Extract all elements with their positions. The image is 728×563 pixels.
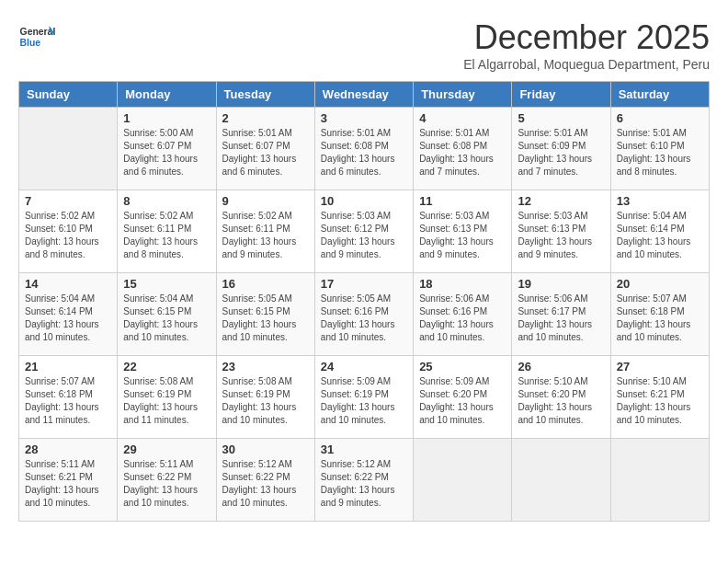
cell-info: Sunrise: 5:12 AM Sunset: 6:22 PM Dayligh… [222,458,309,510]
day-number: 1 [123,111,210,125]
calendar-cell: 4Sunrise: 5:01 AM Sunset: 6:08 PM Daylig… [414,108,512,190]
calendar-cell: 14Sunrise: 5:04 AM Sunset: 6:14 PM Dayli… [19,273,118,356]
cell-info: Sunrise: 5:01 AM Sunset: 6:08 PM Dayligh… [419,127,506,178]
header-monday: Monday [118,82,216,108]
header-sunday: Sunday [19,82,118,108]
calendar-table: SundayMondayTuesdayWednesdayThursdayFrid… [18,81,710,522]
cell-info: Sunrise: 5:06 AM Sunset: 6:16 PM Dayligh… [419,293,506,344]
calendar-cell: 30Sunrise: 5:12 AM Sunset: 6:22 PM Dayli… [216,439,314,522]
day-number: 19 [518,277,604,291]
cell-info: Sunrise: 5:02 AM Sunset: 6:10 PM Dayligh… [25,210,111,261]
calendar-cell: 1Sunrise: 5:00 AM Sunset: 6:07 PM Daylig… [118,108,216,190]
day-number: 6 [617,111,703,125]
calendar-cell [414,439,512,522]
cell-info: Sunrise: 5:06 AM Sunset: 6:17 PM Dayligh… [518,293,604,344]
day-number: 30 [222,442,309,456]
header-thursday: Thursday [414,82,512,108]
location-subtitle: El Algarrobal, Moquegua Department, Peru [463,57,710,72]
calendar-cell: 8Sunrise: 5:02 AM Sunset: 6:11 PM Daylig… [118,190,216,273]
cell-info: Sunrise: 5:10 AM Sunset: 6:21 PM Dayligh… [617,375,703,427]
calendar-cell: 19Sunrise: 5:06 AM Sunset: 6:17 PM Dayli… [512,273,610,356]
day-number: 12 [518,194,604,208]
cell-info: Sunrise: 5:01 AM Sunset: 6:07 PM Dayligh… [222,127,309,178]
cell-info: Sunrise: 5:08 AM Sunset: 6:19 PM Dayligh… [123,375,210,427]
calendar-cell: 21Sunrise: 5:07 AM Sunset: 6:18 PM Dayli… [19,356,118,439]
header-saturday: Saturday [610,82,709,108]
title-block: December 2025 El Algarrobal, Moquegua De… [463,18,710,72]
day-number: 28 [25,442,111,456]
calendar-cell [19,108,118,190]
calendar-cell: 28Sunrise: 5:11 AM Sunset: 6:21 PM Dayli… [19,439,118,522]
day-number: 29 [123,442,210,456]
calendar-cell: 25Sunrise: 5:09 AM Sunset: 6:20 PM Dayli… [414,356,512,439]
calendar-cell: 15Sunrise: 5:04 AM Sunset: 6:15 PM Dayli… [118,273,216,356]
calendar-cell: 22Sunrise: 5:08 AM Sunset: 6:19 PM Dayli… [118,356,216,439]
logo-icon: General Blue [18,18,55,55]
week-row-2: 7Sunrise: 5:02 AM Sunset: 6:10 PM Daylig… [19,190,710,273]
day-number: 26 [518,360,604,373]
cell-info: Sunrise: 5:07 AM Sunset: 6:18 PM Dayligh… [25,375,111,427]
day-number: 9 [222,194,309,208]
cell-info: Sunrise: 5:11 AM Sunset: 6:22 PM Dayligh… [123,458,210,510]
calendar-cell: 7Sunrise: 5:02 AM Sunset: 6:10 PM Daylig… [19,190,118,273]
week-row-1: 1Sunrise: 5:00 AM Sunset: 6:07 PM Daylig… [19,108,710,190]
cell-info: Sunrise: 5:01 AM Sunset: 6:08 PM Dayligh… [321,127,407,178]
day-number: 27 [617,360,703,373]
day-number: 21 [25,360,111,373]
cell-info: Sunrise: 5:07 AM Sunset: 6:18 PM Dayligh… [617,293,703,344]
cell-info: Sunrise: 5:10 AM Sunset: 6:20 PM Dayligh… [518,375,604,427]
cell-info: Sunrise: 5:04 AM Sunset: 6:14 PM Dayligh… [617,210,703,261]
week-row-3: 14Sunrise: 5:04 AM Sunset: 6:14 PM Dayli… [19,273,710,356]
day-number: 20 [617,277,703,291]
calendar-cell: 13Sunrise: 5:04 AM Sunset: 6:14 PM Dayli… [610,190,709,273]
week-row-4: 21Sunrise: 5:07 AM Sunset: 6:18 PM Dayli… [19,356,710,439]
calendar-cell: 23Sunrise: 5:08 AM Sunset: 6:19 PM Dayli… [216,356,314,439]
cell-info: Sunrise: 5:04 AM Sunset: 6:14 PM Dayligh… [25,293,111,344]
calendar-cell: 16Sunrise: 5:05 AM Sunset: 6:15 PM Dayli… [216,273,314,356]
calendar-cell: 27Sunrise: 5:10 AM Sunset: 6:21 PM Dayli… [610,356,709,439]
day-number: 18 [419,277,506,291]
cell-info: Sunrise: 5:11 AM Sunset: 6:21 PM Dayligh… [25,458,111,510]
cell-info: Sunrise: 5:08 AM Sunset: 6:19 PM Dayligh… [222,375,309,427]
cell-info: Sunrise: 5:12 AM Sunset: 6:22 PM Dayligh… [321,458,407,510]
page-header: General Blue December 2025 El Algarrobal… [18,18,710,72]
cell-info: Sunrise: 5:01 AM Sunset: 6:09 PM Dayligh… [518,127,604,178]
day-number: 25 [419,360,506,373]
calendar-cell [610,439,709,522]
day-number: 8 [123,194,210,208]
month-title: December 2025 [463,18,710,57]
day-number: 5 [518,111,604,125]
calendar-cell: 3Sunrise: 5:01 AM Sunset: 6:08 PM Daylig… [314,108,413,190]
calendar-cell: 29Sunrise: 5:11 AM Sunset: 6:22 PM Dayli… [118,439,216,522]
week-row-5: 28Sunrise: 5:11 AM Sunset: 6:21 PM Dayli… [19,439,710,522]
day-number: 4 [419,111,506,125]
day-number: 15 [123,277,210,291]
calendar-cell: 9Sunrise: 5:02 AM Sunset: 6:11 PM Daylig… [216,190,314,273]
day-number: 10 [321,194,407,208]
cell-info: Sunrise: 5:00 AM Sunset: 6:07 PM Dayligh… [123,127,210,178]
logo: General Blue [18,18,59,55]
day-number: 3 [321,111,407,125]
header-wednesday: Wednesday [314,82,413,108]
day-number: 17 [321,277,407,291]
cell-info: Sunrise: 5:01 AM Sunset: 6:10 PM Dayligh… [617,127,703,178]
cell-info: Sunrise: 5:02 AM Sunset: 6:11 PM Dayligh… [222,210,309,261]
calendar-cell: 2Sunrise: 5:01 AM Sunset: 6:07 PM Daylig… [216,108,314,190]
cell-info: Sunrise: 5:05 AM Sunset: 6:16 PM Dayligh… [321,293,407,344]
calendar-cell [512,439,610,522]
calendar-cell: 31Sunrise: 5:12 AM Sunset: 6:22 PM Dayli… [314,439,413,522]
cell-info: Sunrise: 5:04 AM Sunset: 6:15 PM Dayligh… [123,293,210,344]
calendar-cell: 17Sunrise: 5:05 AM Sunset: 6:16 PM Dayli… [314,273,413,356]
cell-info: Sunrise: 5:09 AM Sunset: 6:19 PM Dayligh… [321,375,407,427]
day-number: 11 [419,194,506,208]
header-tuesday: Tuesday [216,82,314,108]
calendar-cell: 26Sunrise: 5:10 AM Sunset: 6:20 PM Dayli… [512,356,610,439]
day-number: 14 [25,277,111,291]
day-number: 2 [222,111,309,125]
day-number: 13 [617,194,703,208]
calendar-cell: 20Sunrise: 5:07 AM Sunset: 6:18 PM Dayli… [610,273,709,356]
calendar-cell: 12Sunrise: 5:03 AM Sunset: 6:13 PM Dayli… [512,190,610,273]
calendar-cell: 11Sunrise: 5:03 AM Sunset: 6:13 PM Dayli… [414,190,512,273]
calendar-header-row: SundayMondayTuesdayWednesdayThursdayFrid… [19,82,710,108]
cell-info: Sunrise: 5:05 AM Sunset: 6:15 PM Dayligh… [222,293,309,344]
